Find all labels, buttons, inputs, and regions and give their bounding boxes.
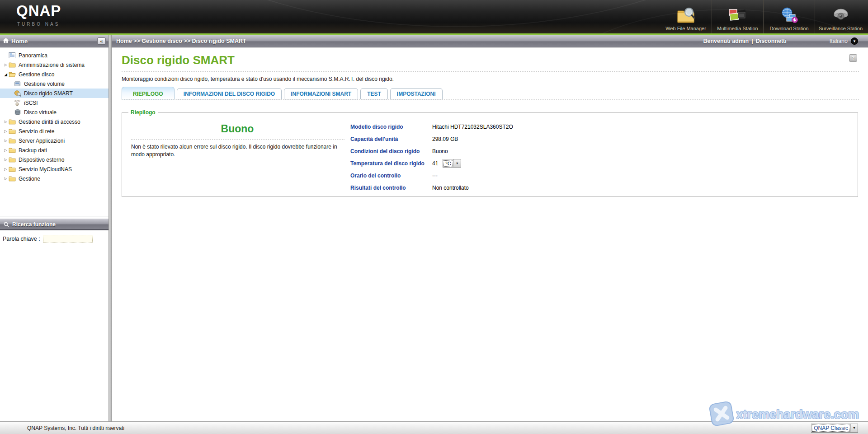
- help-button[interactable]: ?: [849, 54, 857, 62]
- sidebar-item-label: Disco rigido SMART: [24, 90, 73, 97]
- download-station-icon: [780, 5, 799, 25]
- sidebar-item-gestione-volume[interactable]: Gestione volume: [0, 79, 108, 89]
- divider-line: [131, 139, 344, 140]
- breadcrumb-bar: Home >> Gestione disco >> Disco rigido S…: [112, 35, 868, 47]
- station-web-file-manager[interactable]: Web File Manager: [660, 0, 712, 33]
- sidebar-item-label: Gestione disco: [19, 71, 54, 78]
- sidebar-item-iscsi[interactable]: iSCSIiSCSI: [0, 98, 108, 107]
- web-file-manager-icon: [676, 5, 695, 25]
- summary-status-column: Buono Non è stato rilevato alcun errore …: [122, 119, 350, 196]
- main-content: Disco rigido SMART ? Monitoraggio condiz…: [112, 47, 868, 421]
- sidebar-item-label: Panoramica: [19, 52, 47, 59]
- tree-expanded-icon[interactable]: ◢: [3, 72, 9, 77]
- sidebar: Panoramica▷Amministrazione di sistema◢Ge…: [0, 47, 108, 421]
- sidebar-item-servizio-di-rete[interactable]: ▷Servizio di rete: [0, 126, 108, 136]
- sidebar-item-gestione[interactable]: ▷Gestione: [0, 174, 108, 183]
- sidebar-item-dispositivo-esterno[interactable]: ▷Dispositivo esterno: [0, 155, 108, 164]
- page-body: Panoramica▷Amministrazione di sistema◢Ge…: [0, 47, 868, 421]
- theme-select[interactable]: QNAP Classic ▼: [811, 424, 858, 433]
- virtual-disk-icon: [14, 109, 22, 116]
- sidebar-item-gestione-diritti-di-accesso[interactable]: ▷Gestione diritti di accesso: [0, 117, 108, 126]
- detail-value: Hitachi HDT721032SLA360ST2O: [432, 124, 513, 130]
- station-label: Multimedia Station: [717, 26, 758, 31]
- tree-collapsed-icon[interactable]: ▷: [3, 129, 9, 133]
- sidebar-item-disco-virtuale[interactable]: Disco virtuale: [0, 107, 108, 117]
- welcome-text: Benvenuti admin: [703, 38, 749, 44]
- sidebar-item-servizio-mycloudnas[interactable]: ▷Servizio MyCloudNAS: [0, 164, 108, 174]
- sidebar-item-label: Server Applicazioni: [19, 138, 65, 144]
- summary-row-temperatura-del-disco-rigido: Temperatura del disco rigido41°C▼: [350, 159, 858, 167]
- sidebar-item-label: iSCSI: [24, 100, 38, 106]
- sidebar-item-disco-rigido-smart[interactable]: Disco rigido SMART: [0, 89, 108, 98]
- language-label[interactable]: Italiano: [830, 38, 848, 44]
- tab-informazioni-smart[interactable]: INFORMAZIONI SMART: [284, 88, 358, 99]
- sidebar-item-label: Gestione volume: [24, 81, 65, 87]
- language-dropdown-icon[interactable]: ▼: [851, 37, 858, 45]
- folder-icon: [9, 156, 16, 163]
- station-label: Web File Manager: [665, 26, 706, 31]
- temperature-unit-select[interactable]: °C▼: [443, 159, 461, 168]
- page-title: Disco rigido SMART: [122, 53, 859, 67]
- tree-collapsed-icon[interactable]: ▷: [3, 167, 9, 171]
- surveillance-station-icon: [831, 5, 850, 25]
- function-search-header: Ricerca funzione: [0, 219, 108, 230]
- sidebar-item-panoramica[interactable]: Panoramica: [0, 51, 108, 60]
- tree-collapsed-icon[interactable]: ▷: [3, 139, 9, 143]
- sidebar-item-amministrazione-di-sistema[interactable]: ▷Amministrazione di sistema: [0, 60, 108, 70]
- keyword-input[interactable]: [43, 235, 93, 243]
- detail-value: ---: [432, 173, 438, 179]
- sidebar-item-label: Servizio MyCloudNAS: [19, 166, 72, 173]
- sidebar-item-label: Backup dati: [19, 147, 47, 154]
- keyword-label: Parola chiave :: [3, 236, 40, 242]
- station-download-station[interactable]: Download Station: [763, 0, 815, 33]
- summary-row-capacit-dell-unit: Capacità dell'unità298.09 GB: [350, 135, 858, 143]
- separator-text: |: [751, 38, 753, 44]
- sidebar-item-server-applicazioni[interactable]: ▷Server Applicazioni: [0, 136, 108, 145]
- volume-icon: [14, 80, 22, 87]
- folder-icon: [9, 61, 16, 68]
- sidebar-item-gestione-disco[interactable]: ◢Gestione disco: [0, 70, 108, 79]
- sidebar-item-label: Disco virtuale: [24, 109, 57, 116]
- tree-collapsed-icon[interactable]: ▷: [3, 148, 9, 152]
- folder-icon: [9, 137, 16, 144]
- sidebar-header: Home «: [0, 35, 108, 47]
- station-surveillance-station[interactable]: Surveillance Station: [815, 0, 866, 33]
- theme-select-value: QNAP Classic: [812, 425, 850, 432]
- tab-impostazioni[interactable]: IMPOSTAZIONI: [390, 88, 443, 99]
- smart-disk-icon: [14, 90, 22, 97]
- detail-value: 298.09 GB: [432, 136, 458, 142]
- sidebar-header-title: Home: [11, 38, 28, 45]
- panel-divider: [108, 47, 112, 421]
- folder-icon: [9, 128, 16, 135]
- logout-link[interactable]: Disconnetti: [756, 38, 787, 44]
- folder-icon: [9, 118, 16, 125]
- detail-label: Orario del controllo: [350, 173, 432, 179]
- temperature-unit-value: °C: [443, 160, 453, 167]
- dropdown-arrow-icon: ▼: [453, 159, 461, 167]
- tree-collapsed-icon[interactable]: ▷: [3, 158, 9, 162]
- tab-test[interactable]: TEST: [360, 88, 388, 99]
- sidebar-item-label: Amministrazione di sistema: [19, 62, 85, 68]
- tree-collapsed-icon[interactable]: ▷: [3, 120, 9, 124]
- summary-fieldset: Riepilogo Buono Non è stato rilevato alc…: [122, 109, 858, 197]
- tree-collapsed-icon[interactable]: ▷: [3, 177, 9, 181]
- tab-informazioni-del-disco-rigido[interactable]: INFORMAZIONI DEL DISCO RIGIDO: [177, 88, 282, 99]
- sidebar-collapse-button[interactable]: «: [97, 37, 106, 45]
- station-launcher: Web File ManagerMultimedia StationDownlo…: [660, 0, 866, 33]
- navigation-tree: Panoramica▷Amministrazione di sistema◢Ge…: [0, 47, 108, 216]
- qnap-logo-subtitle: TURBO NAS: [17, 22, 60, 27]
- breadcrumb[interactable]: Home >> Gestione disco >> Disco rigido S…: [116, 38, 246, 44]
- disk-status-note: Non è stato rilevato alcun errore sul di…: [131, 143, 348, 159]
- summary-row-condizioni-del-disco-rigido: Condizioni del disco rigidoBuono: [350, 147, 858, 155]
- overview-icon: [9, 52, 16, 59]
- tab-riepilogo[interactable]: RIEPILOGO: [122, 87, 175, 99]
- detail-value: Non controllato: [432, 185, 469, 191]
- detail-label: Temperatura del disco rigido: [350, 160, 432, 167]
- folder-icon: [9, 166, 16, 173]
- station-multimedia-station[interactable]: Multimedia Station: [712, 0, 763, 33]
- tree-collapsed-icon[interactable]: ▷: [3, 63, 9, 67]
- sidebar-item-backup-dati[interactable]: ▷Backup dati: [0, 145, 108, 155]
- tab-bar: RIEPILOGOINFORMAZIONI DEL DISCO RIGIDOIN…: [122, 87, 859, 99]
- footer: QNAP Systems, Inc. Tutti i diritti riser…: [0, 421, 868, 434]
- detail-value: Buono: [432, 148, 448, 154]
